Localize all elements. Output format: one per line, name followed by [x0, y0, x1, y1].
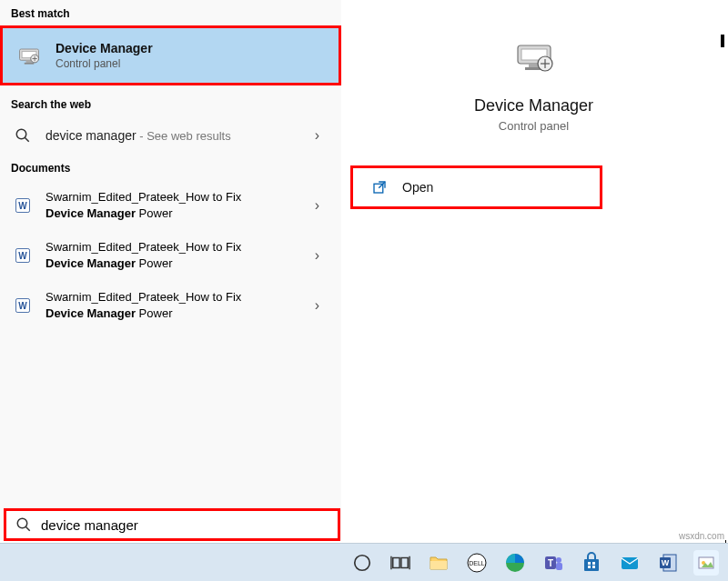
device-manager-icon [15, 42, 43, 69]
chevron-right-icon[interactable]: › [315, 297, 329, 314]
chevron-right-icon[interactable]: › [315, 247, 329, 264]
web-search-result[interactable]: device manager - See web results › [0, 116, 341, 155]
svg-rect-27 [401, 557, 408, 567]
dell-icon[interactable]: DELL [464, 550, 490, 576]
edge-icon[interactable] [502, 550, 528, 576]
search-icon [15, 516, 32, 533]
web-query-text: device manager [46, 128, 136, 143]
svg-rect-36 [556, 563, 562, 570]
open-icon [371, 179, 388, 195]
svg-rect-40 [592, 562, 595, 565]
svg-text:W: W [18, 301, 27, 311]
document-title: Swarnim_Edited_Prateek_How to Fix Device… [46, 289, 248, 321]
taskbar: DELL T W [0, 543, 728, 581]
svg-text:W: W [18, 201, 27, 211]
svg-text:DELL: DELL [469, 560, 485, 566]
search-web-header: Search the web [0, 91, 341, 116]
svg-text:W: W [662, 558, 670, 567]
word-doc-icon: W [13, 296, 33, 316]
svg-text:W: W [18, 251, 27, 261]
task-view-icon[interactable] [388, 550, 413, 576]
svg-rect-26 [393, 557, 399, 567]
word-icon[interactable]: W [655, 550, 681, 576]
annotation-box-best-match: Device Manager Control panel [0, 25, 341, 85]
search-icon [13, 125, 33, 145]
best-match-title: Device Manager [56, 41, 153, 55]
start-search-panel: Best match Device Manager Control panel … [0, 0, 341, 540]
document-title: Swarnim_Edited_Prateek_How to Fix Device… [46, 189, 248, 221]
word-doc-icon: W [13, 245, 33, 265]
svg-point-7 [16, 129, 26, 139]
cortana-icon[interactable] [349, 550, 375, 576]
documents-header: Documents [0, 155, 341, 180]
document-title: Swarnim_Edited_Prateek_How to Fix Device… [46, 239, 248, 271]
svg-rect-38 [584, 559, 599, 571]
chevron-right-icon[interactable]: › [315, 127, 329, 144]
document-result[interactable]: W Swarnim_Edited_Prateek_How to Fix Devi… [0, 280, 341, 330]
svg-text:T: T [548, 558, 553, 568]
svg-rect-41 [588, 566, 591, 568]
open-label: Open [402, 180, 433, 195]
search-bar[interactable] [4, 508, 340, 541]
svg-point-35 [556, 557, 561, 563]
svg-point-23 [17, 518, 27, 528]
device-manager-icon [512, 36, 556, 80]
svg-rect-30 [430, 561, 447, 569]
chevron-right-icon[interactable]: › [315, 197, 329, 214]
word-doc-icon: W [13, 195, 33, 215]
text-cursor [721, 35, 724, 47]
svg-line-8 [25, 137, 29, 142]
watermark: wsxdn.com [679, 531, 724, 541]
search-input[interactable] [41, 517, 329, 533]
best-match-result[interactable]: Device Manager Control panel [3, 28, 339, 83]
web-query-label: device manager - See web results [46, 128, 231, 143]
result-preview-panel: Device Manager Control panel Open [341, 0, 726, 540]
best-match-subtitle: Control panel [56, 57, 153, 70]
store-icon[interactable] [579, 550, 604, 576]
svg-line-24 [25, 526, 30, 531]
svg-rect-42 [592, 566, 595, 568]
preview-title: Device Manager [474, 96, 593, 115]
best-match-header: Best match [0, 0, 341, 25]
file-explorer-icon[interactable] [426, 550, 451, 576]
best-match-text: Device Manager Control panel [56, 41, 153, 70]
teams-icon[interactable]: T [541, 550, 566, 576]
document-result[interactable]: W Swarnim_Edited_Prateek_How to Fix Devi… [0, 230, 341, 280]
preview-subtitle: Control panel [499, 119, 569, 133]
open-action[interactable]: Open [350, 165, 602, 209]
paint-icon[interactable] [693, 550, 719, 576]
mail-icon[interactable] [617, 550, 642, 576]
svg-rect-39 [588, 562, 591, 565]
svg-point-25 [355, 555, 370, 570]
svg-rect-3 [25, 63, 35, 65]
web-query-hint: - See web results [136, 129, 231, 143]
document-result[interactable]: W Swarnim_Edited_Prateek_How to Fix Devi… [0, 180, 341, 230]
